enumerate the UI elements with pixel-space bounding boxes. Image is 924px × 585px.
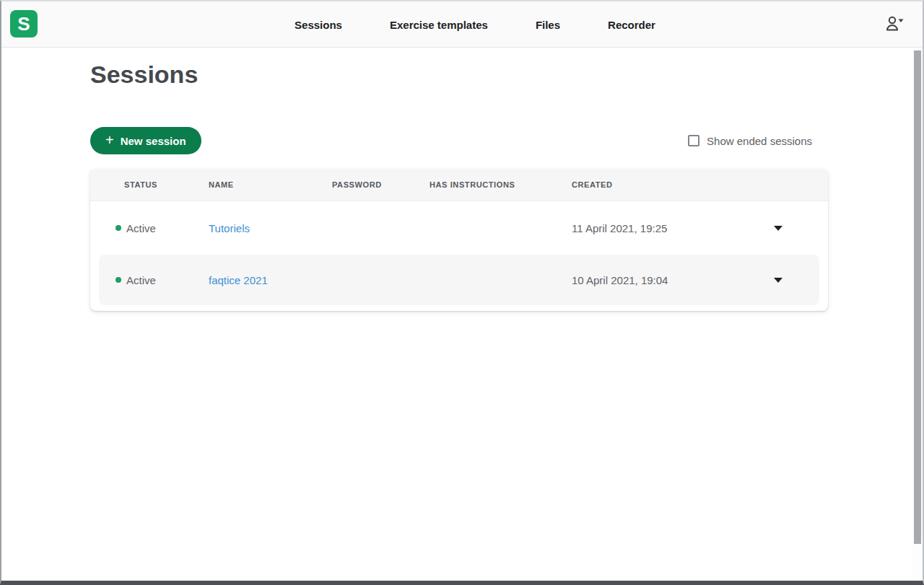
column-header-name: Name [209, 180, 332, 189]
column-header-password: Password [332, 180, 430, 189]
show-ended-sessions-checkbox[interactable] [688, 135, 699, 146]
show-ended-sessions-label: Show ended sessions [707, 135, 812, 147]
user-icon [885, 15, 905, 34]
column-header-has-instructions: Has instructions [430, 180, 572, 189]
page-title: Sessions [90, 60, 828, 89]
column-header-status: Status [116, 180, 209, 189]
nav-item-exercise-templates[interactable]: Exercise templates [390, 19, 488, 31]
scrollbar[interactable] [912, 48, 923, 581]
new-session-button-label: New session [121, 135, 186, 147]
nav-menu: Sessions Exercise templates Files Record… [14, 1, 924, 48]
active-status-dot-icon [116, 277, 121, 283]
new-session-button[interactable]: + New session [90, 127, 201, 154]
status-label: Active [126, 222, 156, 234]
row-expand-button[interactable] [766, 268, 790, 292]
main-content: Sessions + New session Show ended sessio… [90, 60, 828, 311]
account-menu-button[interactable] [885, 15, 905, 34]
app-window: S Sessions Exercise templates Files Reco… [0, 0, 924, 585]
sessions-table: Status Name Password Has instructions Cr… [90, 169, 828, 311]
top-nav: S Sessions Exercise templates Files Reco… [1, 1, 923, 48]
scrollbar-thumb[interactable] [914, 50, 921, 544]
actions-cell [746, 216, 811, 240]
show-ended-sessions-control[interactable]: Show ended sessions [688, 135, 812, 147]
table-row: Active Tutoriels 11 April 2021, 19:25 [90, 201, 828, 255]
nav-item-recorder[interactable]: Recorder [608, 19, 655, 31]
status-cell: Active [116, 222, 209, 234]
nav-item-files[interactable]: Files [536, 19, 560, 31]
status-cell: Active [116, 274, 209, 286]
name-cell: Tutoriels [209, 222, 332, 234]
nav-item-sessions[interactable]: Sessions [295, 19, 342, 31]
table-row: Active faqtice 2021 10 April 2021, 19:04 [90, 255, 828, 305]
table-header-row: Status Name Password Has instructions Cr… [90, 169, 828, 201]
plus-icon: + [105, 133, 114, 147]
session-link[interactable]: Tutoriels [209, 222, 250, 234]
name-cell: faqtice 2021 [209, 274, 332, 286]
active-status-dot-icon [116, 225, 121, 231]
actions-cell [746, 268, 811, 292]
status-label: Active [126, 274, 156, 286]
session-link[interactable]: faqtice 2021 [209, 274, 268, 286]
column-header-created: Created [572, 180, 746, 189]
row-expand-button[interactable] [766, 216, 790, 240]
created-cell: 11 April 2021, 19:25 [572, 222, 746, 234]
caret-down-icon [774, 226, 783, 231]
caret-down-icon [774, 278, 783, 283]
caret-down-icon [899, 19, 904, 23]
toolbar: + New session Show ended sessions [90, 127, 828, 154]
created-cell: 10 April 2021, 19:04 [572, 274, 746, 286]
